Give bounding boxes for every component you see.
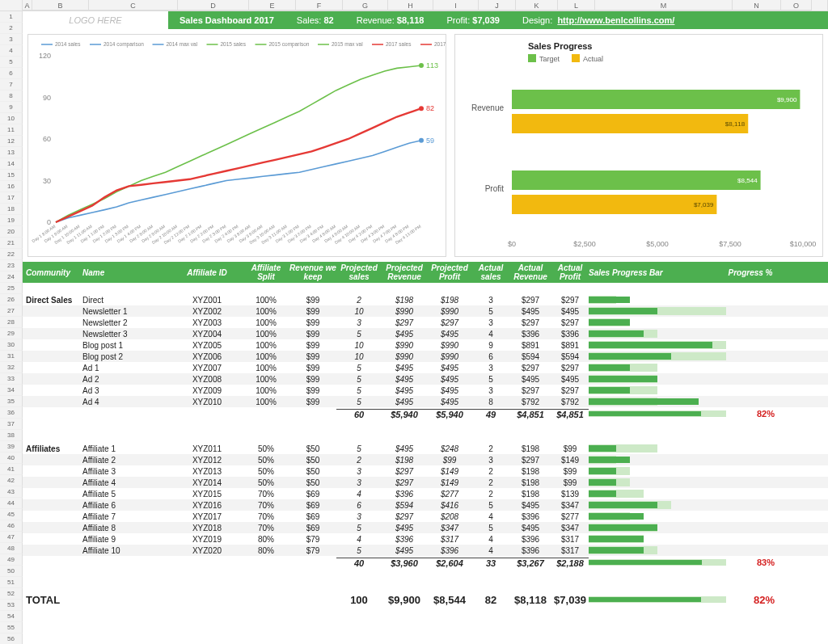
hdr-name: Name (82, 268, 171, 277)
table-row[interactable]: Ad 4XYZ010100%$995$495$4958$792$792 (23, 396, 828, 407)
svg-text:2015 comparison: 2015 comparison (269, 41, 310, 48)
svg-text:$7,500: $7,500 (719, 240, 741, 248)
table-row[interactable]: Ad 3XYZ009100%$995$495$4953$297$297 (23, 385, 828, 396)
svg-point-40 (419, 138, 424, 143)
sheet-grid[interactable]: LOGO HERE Sales Dashboard 2017 Sales: 82… (23, 11, 828, 608)
table-row[interactable]: Direct SalesDirectXYZ001100%$992$198$198… (23, 294, 828, 305)
hdr-prev: Projected Revenue (382, 263, 427, 281)
svg-text:$9,900: $9,900 (777, 96, 797, 103)
svg-text:$5,000: $5,000 (646, 240, 669, 248)
svg-text:113: 113 (426, 61, 438, 69)
hdr-aprofit: Actual Profit (551, 263, 589, 281)
hdr-asales: Actual sales (472, 263, 509, 281)
column-headers[interactable]: ABCDEFGHIJKLMNO (0, 0, 828, 11)
table-row[interactable]: Blog post 1XYZ005100%$9910$990$9909$891$… (23, 339, 828, 351)
row-headers[interactable]: 1234567891011121314151617181920212223242… (0, 11, 23, 644)
logo-placeholder: LOGO HERE (23, 11, 168, 29)
table-row[interactable]: Affiliate 2XYZ01250%$502$198$993$297$149 (23, 454, 828, 465)
table-header: Community Name Affiliate ID Affiliate Sp… (23, 262, 828, 283)
hdr-community: Community (26, 268, 82, 277)
svg-text:Sales Progress: Sales Progress (528, 41, 593, 51)
svg-text:90: 90 (43, 94, 51, 102)
sales-trend-chart: 0306090120Day 1 8:00 AMDay 1 9:00 AMDay … (27, 34, 446, 257)
svg-text:$8,544: $8,544 (737, 177, 758, 184)
hdr-psales: Projected sales (336, 263, 382, 281)
table-row[interactable]: Affiliate 10XYZ02080%$795$495$3964$396$3… (23, 545, 828, 556)
svg-text:60: 60 (43, 135, 51, 143)
svg-text:2014 max val: 2014 max val (167, 41, 198, 47)
svg-rect-74 (512, 170, 761, 190)
svg-rect-69 (512, 90, 800, 109)
table-row[interactable]: Newsletter 2XYZ003100%$993$297$2973$297$… (23, 317, 828, 328)
table-row[interactable]: Blog post 2XYZ006100%$9910$990$9906$594$… (23, 351, 828, 362)
svg-text:$0: $0 (508, 240, 516, 248)
svg-rect-71 (512, 114, 748, 133)
grand-total: TOTAL 100 $9,900 $8,544 82 $8,118 $7,039… (23, 591, 828, 608)
sales-progress-chart: Sales ProgressTargetActual$0$2,500$5,000… (454, 34, 823, 257)
design-link[interactable]: http://www.benlcollins.com/ (557, 15, 674, 25)
svg-text:2017 max val: 2017 max val (434, 41, 446, 47)
dashboard-banner: LOGO HERE Sales Dashboard 2017 Sales: 82… (23, 11, 828, 29)
banner-sales: Sales: 82 (285, 15, 345, 25)
table-row[interactable]: AffiliatesAffiliate 1XYZ01150%$505$495$2… (23, 443, 828, 454)
direct-sales-section: Direct SalesDirectXYZ001100%$992$198$198… (23, 294, 828, 407)
svg-text:59: 59 (426, 137, 434, 145)
svg-rect-59 (528, 54, 536, 62)
svg-text:Profit: Profit (485, 184, 505, 193)
banner-revenue: Revenue: $8,118 (345, 15, 436, 25)
svg-text:$2,500: $2,500 (573, 240, 596, 248)
table-row[interactable]: Affiliate 9XYZ01980%$794$396$3174$396$31… (23, 533, 828, 545)
table-row[interactable]: Affiliate 5XYZ01570%$694$396$2772$198$13… (23, 488, 828, 499)
banner-profit: Profit: $7,039 (436, 15, 511, 25)
svg-text:$8,118: $8,118 (725, 120, 746, 128)
svg-point-38 (419, 106, 424, 111)
hdr-revkeep: Revenue we keep (289, 263, 336, 281)
hdr-pprofit: Projected Profit (427, 263, 472, 281)
table-row[interactable]: Affiliate 4XYZ01450%$503$297$1492$198$99 (23, 477, 828, 488)
svg-text:120: 120 (39, 52, 51, 60)
affiliates-subtotal: 40 $3,960 $2,604 33 $3,267 $2,188 83% (23, 556, 828, 569)
svg-text:2014 sales: 2014 sales (55, 41, 81, 47)
table-row[interactable]: Newsletter 3XYZ004100%$995$495$4954$396$… (23, 328, 828, 339)
svg-text:Revenue: Revenue (471, 103, 504, 112)
svg-text:Target: Target (539, 55, 560, 63)
hdr-pct: Progress % (726, 268, 775, 277)
svg-text:82: 82 (426, 104, 434, 112)
hdr-arev: Actual Revenue (509, 263, 551, 281)
table-row[interactable]: Newsletter 1XYZ002100%$9910$990$9905$495… (23, 305, 828, 317)
svg-text:$10,000: $10,000 (790, 240, 817, 248)
table-row[interactable]: Affiliate 7XYZ01770%$693$297$2084$396$27… (23, 511, 828, 522)
affiliates-section: AffiliatesAffiliate 1XYZ01150%$505$495$2… (23, 443, 828, 556)
hdr-affid: Affiliate ID (171, 268, 243, 277)
svg-rect-61 (572, 54, 580, 62)
banner-design: Design: http://www.benlcollins.com/ (511, 15, 686, 25)
svg-text:2014 comparison: 2014 comparison (104, 41, 144, 48)
charts-row: 0306090120Day 1 8:00 AMDay 1 9:00 AMDay … (23, 29, 828, 262)
svg-text:2017 sales: 2017 sales (386, 41, 412, 47)
svg-text:Actual: Actual (583, 55, 603, 63)
svg-text:30: 30 (43, 177, 51, 185)
spreadsheet[interactable]: ABCDEFGHIJKLMNO 123456789101112131415161… (0, 0, 828, 644)
svg-text:2015 max val: 2015 max val (332, 41, 363, 47)
dashboard-title: Sales Dashboard 2017 (168, 15, 285, 25)
direct-subtotal: 60 $5,940 $5,940 49 $4,851 $4,851 82% (23, 407, 828, 420)
table-row[interactable]: Affiliate 3XYZ01350%$503$297$1492$198$99 (23, 465, 828, 477)
svg-text:$7,039: $7,039 (694, 201, 714, 208)
table-row[interactable]: Affiliate 8XYZ01870%$695$495$3475$495$34… (23, 522, 828, 533)
table-row[interactable]: Ad 1XYZ007100%$995$495$4953$297$297 (23, 362, 828, 373)
svg-text:2015 sales: 2015 sales (221, 41, 247, 47)
svg-point-36 (419, 63, 424, 68)
table-row[interactable]: Affiliate 6XYZ01670%$696$594$4165$495$34… (23, 499, 828, 511)
hdr-split: Affiliate Split (243, 263, 289, 281)
svg-rect-76 (512, 195, 716, 214)
table-row[interactable]: Ad 2XYZ008100%$995$495$4955$495$495 (23, 373, 828, 385)
hdr-bar: Sales Progress Bar (589, 268, 726, 277)
